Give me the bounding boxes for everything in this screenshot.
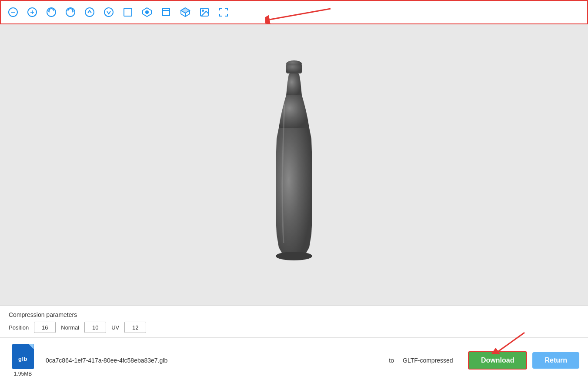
svg-rect-12 [163,9,170,16]
pan-down-button[interactable] [101,4,117,20]
svg-point-22 [276,252,312,260]
toolbar [0,0,588,24]
svg-point-8 [104,8,113,17]
return-button[interactable]: Return [532,352,579,369]
compression-fields: Position Normal UV [9,322,579,333]
file-name: 0ca7c864-1ef7-417a-80ee-4fc58eba83e7.glb [46,357,380,364]
zoom-in-button[interactable] [24,4,40,20]
image-button[interactable] [197,4,212,20]
svg-point-17 [202,10,204,11]
rotate-right-button[interactable] [63,4,78,20]
pan-up-button[interactable] [82,4,97,20]
crop-button[interactable] [158,4,174,20]
svg-line-19 [270,9,331,20]
svg-point-7 [85,8,94,17]
file-format: GLTF-compressed [403,357,459,364]
svg-point-11 [146,11,148,13]
3d-view-button[interactable] [177,4,193,20]
frame-button[interactable] [120,4,136,20]
download-button[interactable]: Download [468,351,527,370]
file-conversion-arrow: to [389,357,394,364]
file-size: 1.95MB [14,371,32,377]
compression-section: Compression parameters Position Normal U… [0,306,588,338]
file-actions: Download Return [468,351,579,370]
file-row: glb 1.95MB 0ca7c864-1ef7-417a-80ee-4fc58… [0,338,588,383]
position-input[interactable] [34,322,56,333]
uv-input[interactable] [124,322,146,333]
compression-title: Compression parameters [9,311,579,318]
svg-marker-14 [181,8,190,13]
bottom-panel: Compression parameters Position Normal U… [0,305,588,383]
zoom-out-button[interactable] [5,4,21,20]
normal-input[interactable] [84,322,106,333]
bottle-model [255,52,333,278]
svg-rect-21 [286,64,302,73]
rotate-left-button[interactable] [43,4,59,20]
file-icon-label: glb [18,356,27,362]
position-label: Position [9,324,29,331]
normal-label: Normal [61,324,79,331]
file-icon-wrapper: glb 1.95MB [9,344,37,377]
3d-viewer[interactable] [0,24,588,305]
file-icon: glb [12,344,34,369]
svg-rect-9 [124,8,132,16]
material-button[interactable] [139,4,155,20]
fullscreen-button[interactable] [216,4,231,20]
uv-label: UV [111,324,119,331]
